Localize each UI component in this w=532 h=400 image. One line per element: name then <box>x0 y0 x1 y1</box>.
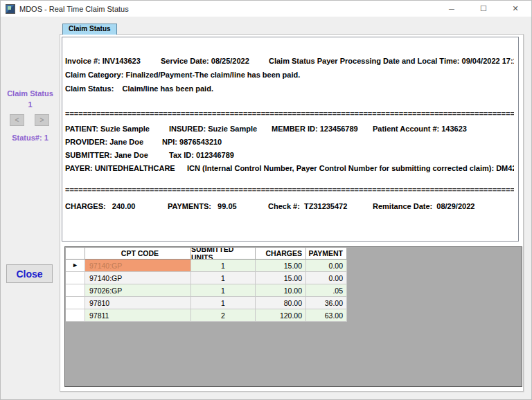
separator-line: ========================================… <box>65 185 514 195</box>
charges-line: CHARGES: 240.00 PAYMENTS: 99.05 Check #:… <box>65 202 514 212</box>
payment-cell[interactable]: 36.00 <box>306 297 347 309</box>
table-row: ► 97140:GP 1 15.00 0.00 <box>66 260 347 272</box>
claim-status-value: 1 <box>1 100 60 109</box>
close-button[interactable]: Close <box>6 264 53 283</box>
provider-name: PROVIDER: Jane Doe <box>65 138 143 146</box>
charges-cell[interactable]: 10.00 <box>256 284 306 297</box>
cpt-code-cell[interactable]: 97811 <box>85 309 191 322</box>
table-row: 97026:GP 1 10.00 .05 <box>66 284 347 297</box>
table-row: 97810 1 80.00 36.00 <box>66 297 347 309</box>
col-header-cpt-code[interactable]: CPT CODE <box>85 248 191 260</box>
payer-name: PAYER: UNITEDHEALTHCARE <box>65 164 175 172</box>
payment-cell[interactable]: .05 <box>306 284 347 297</box>
charges-cell[interactable]: 15.00 <box>256 272 306 284</box>
cpt-grid-panel: CPT CODE SUBMITTED UNITS CHARGES PAYMENT… <box>64 246 522 387</box>
payment-cell[interactable]: 0.00 <box>306 272 347 284</box>
grid-header-row: CPT CODE SUBMITTED UNITS CHARGES PAYMENT <box>66 248 347 260</box>
icn-number: ICN (Internal Control Number, Payer Cont… <box>187 164 514 172</box>
app-icon <box>6 4 15 14</box>
provider-line: PROVIDER: Jane Doe NPI: 9876543210 <box>65 138 514 147</box>
tax-id: Tax ID: 012346789 <box>169 151 234 159</box>
charges-cell[interactable]: 15.00 <box>256 260 306 272</box>
invoice-line: Invoice #: INV143623 Service Date: 08/25… <box>65 57 514 66</box>
service-date: Service Date: 08/25/2022 <box>161 57 249 65</box>
remittance-date: Remitance Date: 08/29/2022 <box>373 202 475 210</box>
claim-category-line: Claim Category: Finalized/Payment-The cl… <box>65 71 514 80</box>
cpt-code-cell[interactable]: 97026:GP <box>85 284 191 297</box>
status-number-label: Status#: 1 <box>1 134 60 142</box>
units-cell[interactable]: 1 <box>191 260 256 272</box>
cpt-code-cell[interactable]: 97140:GP <box>85 260 191 272</box>
row-selector-cell[interactable] <box>66 297 85 309</box>
prev-status-button[interactable]: < <box>10 114 24 126</box>
close-icon[interactable]: ✕ <box>499 1 531 17</box>
units-cell[interactable]: 1 <box>191 272 256 284</box>
cpt-code-cell[interactable]: 97140:GP <box>85 272 191 284</box>
patient-line: PATIENT: Suzie Sample INSURED: Suzie Sam… <box>65 125 514 134</box>
check-number: Check #: TZ31235472 <box>268 202 347 210</box>
separator-line: ========================================… <box>65 109 514 119</box>
submitter-name: SUBMITTER: Jane Doe <box>65 151 148 159</box>
npi-number: NPI: 9876543210 <box>162 138 222 146</box>
minimize-icon[interactable]: ─ <box>436 1 468 17</box>
col-header-charges[interactable]: CHARGES <box>256 248 306 260</box>
units-cell[interactable]: 1 <box>191 284 256 297</box>
units-cell[interactable]: 2 <box>191 309 256 322</box>
processing-date: Claim Status Payer Processing Date and L… <box>269 57 514 65</box>
claim-status-line: Claim Status: Claim/line has been paid. <box>65 84 514 94</box>
payment-cell[interactable]: 0.00 <box>306 260 347 272</box>
submitter-line: SUBMITTER: Jane Doe Tax ID: 012346789 <box>65 151 514 161</box>
charges-cell[interactable]: 120.00 <box>256 309 306 322</box>
charges-total: CHARGES: 240.00 <box>65 202 135 210</box>
claim-info-panel: Invoice #: INV143623 Service Date: 08/25… <box>62 37 519 242</box>
units-cell[interactable]: 1 <box>191 297 256 309</box>
cpt-grid: CPT CODE SUBMITTED UNITS CHARGES PAYMENT… <box>66 248 347 322</box>
current-row-arrow-icon: ► <box>72 262 78 269</box>
payments-total: PAYMENTS: 99.05 <box>168 202 237 210</box>
charges-cell[interactable]: 80.00 <box>256 297 306 309</box>
payment-cell[interactable]: 63.00 <box>306 309 347 322</box>
tab-claim-status[interactable]: Claim Status <box>62 24 117 35</box>
payer-line: PAYER: UNITEDHEALTHCARE ICN (Internal Co… <box>65 164 514 174</box>
claim-status-label: Claim Status <box>1 89 60 98</box>
maximize-icon[interactable]: ☐ <box>468 1 499 17</box>
title-bar: MDOS - Real Time Claim Status ─ ☐ ✕ <box>1 1 531 17</box>
col-header-submitted-units[interactable]: SUBMITTED UNITS <box>191 248 256 260</box>
row-selector-header <box>66 248 85 260</box>
insured-name: INSURED: Suzie Sample <box>169 125 257 133</box>
table-row: 97811 2 120.00 63.00 <box>66 309 347 322</box>
app-window: MDOS - Real Time Claim Status ─ ☐ ✕ Clai… <box>0 0 532 400</box>
member-id: MEMBER ID: 123456789 <box>272 125 358 133</box>
cpt-code-cell[interactable]: 97810 <box>85 297 191 309</box>
next-status-button[interactable]: > <box>35 114 49 126</box>
window-title: MDOS - Real Time Claim Status <box>19 5 129 13</box>
invoice-number: Invoice #: INV143623 <box>65 57 141 65</box>
patient-account-number: Patient Account #: 143623 <box>373 125 467 133</box>
table-row: 97140:GP 1 15.00 0.00 <box>66 272 347 284</box>
row-selector-cell[interactable] <box>66 272 85 284</box>
col-header-payment[interactable]: PAYMENT <box>306 248 347 260</box>
row-selector-cell[interactable]: ► <box>66 260 85 272</box>
patient-name: PATIENT: Suzie Sample <box>65 125 150 133</box>
row-selector-cell[interactable] <box>66 309 85 322</box>
row-selector-cell[interactable] <box>66 284 85 297</box>
